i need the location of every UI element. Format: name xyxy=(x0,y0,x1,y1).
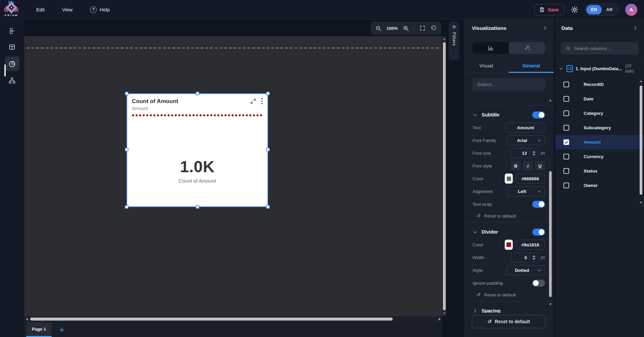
divider-width-input[interactable] xyxy=(511,255,530,260)
subtitle-color-swatch[interactable] xyxy=(505,174,513,184)
checkbox[interactable] xyxy=(563,96,569,102)
zoom-out-button[interactable] xyxy=(375,25,382,32)
collapse-panel-button[interactable] xyxy=(542,26,548,31)
viz-mode-segmented-control xyxy=(473,42,545,54)
checkbox[interactable] xyxy=(563,183,569,188)
dashboard-canvas[interactable]: Count of Amount Amount 1.0K Count of Amo… xyxy=(24,36,442,316)
expand-icon[interactable] xyxy=(250,98,256,104)
divider-color-swatch[interactable] xyxy=(505,240,513,250)
vertical-scroll-thumb[interactable] xyxy=(443,42,446,310)
scroll-down-arrow[interactable] xyxy=(640,202,642,204)
font-size-input[interactable] xyxy=(511,151,530,156)
column-row-owner[interactable]: Owner xyxy=(555,178,644,193)
subtitle-text-input[interactable] xyxy=(506,125,545,130)
divider-toggle[interactable] xyxy=(532,229,545,236)
divider-section-header[interactable]: Divider xyxy=(473,227,545,237)
column-row-category[interactable]: Category xyxy=(555,106,644,121)
spacing-section-title: Spacing xyxy=(482,308,500,313)
italic-button[interactable]: I xyxy=(523,161,533,171)
checkbox[interactable] xyxy=(563,168,569,174)
fullscreen-button[interactable] xyxy=(419,25,426,31)
kpi-card[interactable]: Count of Amount Amount 1.0K Count of Amo… xyxy=(127,93,268,207)
page-tab[interactable]: Page 1 xyxy=(26,322,52,337)
spinner-down-icon[interactable] xyxy=(532,258,536,260)
divider-style-select[interactable]: Dotted xyxy=(507,265,545,275)
text-wrap-toggle[interactable] xyxy=(532,201,545,208)
reset-view-button[interactable] xyxy=(431,25,437,31)
viz-scroll-thumb[interactable] xyxy=(549,171,552,297)
scroll-left-arrow[interactable] xyxy=(26,318,28,321)
subtitle-toggle[interactable] xyxy=(532,111,545,118)
data-search-input[interactable] xyxy=(574,46,635,51)
data-source-tree-item[interactable]: 1. Input (DumboData.... (10 cols) xyxy=(555,60,644,77)
save-button[interactable]: Save xyxy=(534,4,564,15)
scroll-up-arrow[interactable] xyxy=(549,99,552,101)
column-row-status[interactable]: Status xyxy=(555,164,644,178)
theme-toggle-button[interactable] xyxy=(571,6,578,13)
lang-en-button[interactable]: EN xyxy=(586,5,602,14)
subtitle-reset-link[interactable]: ↺ Reset to default xyxy=(477,212,545,220)
column-row-date[interactable]: Date xyxy=(555,92,644,106)
collapse-sidebar-button[interactable] xyxy=(5,24,19,38)
chart-mode-tab[interactable] xyxy=(473,42,509,54)
divider-reset-link[interactable]: ↺ Reset to default xyxy=(477,291,545,299)
subtitle-section-header[interactable]: Subtitle xyxy=(473,110,545,120)
spinner-up-icon[interactable] xyxy=(532,151,536,153)
checkbox[interactable] xyxy=(563,82,569,87)
divider-color-hex[interactable]: #9a1818 xyxy=(515,240,545,250)
spacing-section-header[interactable]: Spacing xyxy=(473,306,545,313)
menu-view[interactable]: View xyxy=(62,7,72,12)
sidebar-item-hierarchy[interactable] xyxy=(5,74,19,87)
menu-help[interactable]: ? Help xyxy=(90,6,110,13)
column-row-currency[interactable]: Currency xyxy=(555,149,644,164)
checkbox[interactable] xyxy=(563,110,569,116)
canvas-vertical-scrollbar[interactable] xyxy=(442,36,446,316)
card-menu-icon[interactable] xyxy=(261,98,263,104)
sidebar-item-layout[interactable] xyxy=(5,40,19,54)
format-mode-tab[interactable] xyxy=(509,42,545,54)
filters-flyout-tab[interactable]: Filters xyxy=(449,21,459,60)
checkbox[interactable] xyxy=(563,125,569,131)
card-subtitle: Amount xyxy=(132,106,263,111)
user-avatar[interactable]: A xyxy=(625,4,637,16)
divider-width-stepper[interactable] xyxy=(530,253,538,262)
font-family-label: Font Family xyxy=(473,138,496,143)
viz-settings-scrollbar[interactable] xyxy=(549,102,552,303)
underline-button[interactable]: U xyxy=(535,161,545,171)
column-row-amount[interactable]: Amount xyxy=(555,135,644,149)
scroll-up-arrow[interactable] xyxy=(443,38,446,40)
viz-search-input[interactable] xyxy=(477,82,541,87)
checkbox-checked[interactable] xyxy=(563,139,569,145)
alignment-select[interactable]: Left xyxy=(507,186,545,196)
topbar-right-cluster: Save EN AR A xyxy=(534,4,644,16)
scroll-right-arrow[interactable] xyxy=(439,318,441,321)
reset-to-default-button[interactable]: ↺ Reset to default xyxy=(472,315,546,328)
scroll-up-arrow[interactable] xyxy=(640,80,642,82)
ignore-padding-toggle[interactable] xyxy=(532,280,545,287)
scroll-down-arrow[interactable] xyxy=(549,303,552,305)
menu-edit[interactable]: Edit xyxy=(36,7,45,12)
tab-general[interactable]: General xyxy=(509,59,554,73)
tab-visual[interactable]: Visual xyxy=(464,59,509,73)
zoom-in-button[interactable] xyxy=(403,25,409,32)
bold-button[interactable]: B xyxy=(511,161,521,171)
chevron-down-icon xyxy=(537,268,541,273)
subtitle-color-hex[interactable]: #666666 xyxy=(515,174,545,184)
spinner-down-icon[interactable] xyxy=(532,154,536,156)
add-page-button[interactable]: + xyxy=(52,322,72,337)
column-row-subcategory[interactable]: Subcategory xyxy=(555,121,644,135)
data-panel: Data 1. Input (DumboData.... (10 cols) R… xyxy=(555,19,644,337)
lang-ar-button[interactable]: AR xyxy=(602,5,617,14)
collapse-data-panel-button[interactable] xyxy=(633,26,638,31)
column-row-recordid[interactable]: RecordID xyxy=(555,77,644,92)
font-family-select[interactable]: Arial xyxy=(507,135,545,145)
spinner-up-icon[interactable] xyxy=(532,255,536,257)
font-size-stepper[interactable] xyxy=(530,148,538,158)
scroll-down-arrow[interactable] xyxy=(443,312,446,315)
sidebar-item-charts[interactable] xyxy=(5,56,19,71)
data-scroll-thumb[interactable] xyxy=(640,86,642,195)
data-panel-scrollbar[interactable] xyxy=(640,83,642,200)
canvas-horizontal-scrollbar[interactable] xyxy=(24,316,442,322)
checkbox[interactable] xyxy=(563,154,569,159)
horizontal-scroll-thumb[interactable] xyxy=(30,318,393,321)
